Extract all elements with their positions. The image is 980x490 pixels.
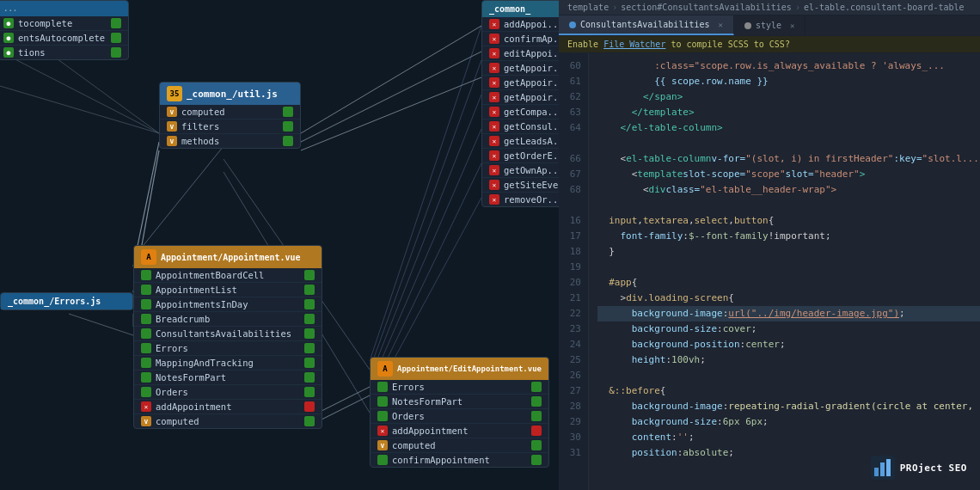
port-icon bbox=[304, 328, 315, 339]
code-area: 60 61 62 63 64 66 67 68 16 17 18 19 20 2… bbox=[559, 53, 980, 490]
svg-rect-23 bbox=[880, 462, 885, 476]
code-line: height: 100vh; bbox=[597, 352, 980, 368]
node-appointment: A Appointment/Appointment.vue Appointmen… bbox=[133, 245, 322, 429]
code-line: background-size: cover; bbox=[597, 322, 980, 337]
node-appt-header: A Appointment/Appointment.vue bbox=[134, 246, 322, 268]
logo-icon bbox=[871, 456, 895, 480]
tab-close-icon[interactable]: ✕ bbox=[790, 21, 794, 30]
dot-icon: ● bbox=[3, 18, 14, 28]
dot-icon: ✕ bbox=[489, 92, 499, 102]
breadcrumb: template › section#ConsultantsAvailabili… bbox=[559, 0, 980, 15]
port-icon bbox=[304, 372, 315, 383]
dot-icon: ✕ bbox=[489, 48, 499, 58]
util-title: _common_/util.js bbox=[187, 89, 278, 100]
port-icon bbox=[304, 343, 315, 353]
code-line: &::before { bbox=[597, 383, 980, 399]
dot-icon bbox=[141, 343, 151, 353]
dot-icon: ✕ bbox=[489, 77, 499, 88]
dot-icon bbox=[141, 387, 151, 397]
port-icon bbox=[531, 411, 542, 421]
port-icon bbox=[111, 18, 121, 28]
breadcrumb-sep: › bbox=[612, 3, 617, 12]
node-item: ✕ getAppoir... bbox=[482, 90, 567, 105]
node-item: NotesFormPart bbox=[371, 395, 548, 409]
port-icon bbox=[304, 387, 315, 397]
node-item: Orders bbox=[371, 409, 548, 424]
dot-icon bbox=[377, 396, 388, 407]
code-line: </template> bbox=[597, 105, 980, 120]
dot-icon: ● bbox=[3, 33, 14, 43]
dot-icon: ● bbox=[3, 47, 14, 58]
port-icon bbox=[531, 382, 542, 392]
port-icon bbox=[531, 440, 542, 450]
svg-line-12 bbox=[370, 60, 481, 370]
port-icon bbox=[111, 47, 121, 58]
node-item: ✕ addAppoi... bbox=[482, 17, 567, 32]
dot-icon: v bbox=[377, 440, 388, 450]
dot-icon: v bbox=[167, 136, 177, 146]
code-line: <el-table-column v-for="(slot, i) in fir… bbox=[597, 151, 980, 167]
code-line: background-image: repeating-radial-gradi… bbox=[597, 399, 980, 414]
node-edit-appt-header: A Appointment/EditAppointment.vue bbox=[371, 358, 548, 380]
port-icon bbox=[304, 401, 315, 412]
svg-line-11 bbox=[370, 26, 481, 361]
node-item: Orders bbox=[134, 385, 322, 400]
tab-bar: ConsultantsAvailabilities ✕ style ✕ bbox=[559, 15, 980, 36]
node-item: Breadcrumb bbox=[134, 312, 322, 327]
code-line: background-size: 6px 6px; bbox=[597, 414, 980, 430]
code-content: :class="scope.row.is_always_available ? … bbox=[589, 53, 980, 490]
node-item: ✕ addAppointment bbox=[134, 400, 322, 414]
node-item: ✕ addAppointment bbox=[371, 424, 548, 438]
node-item: NotesFormPart bbox=[134, 371, 322, 385]
code-line bbox=[597, 368, 980, 383]
svg-line-13 bbox=[370, 95, 481, 378]
port-icon bbox=[304, 314, 315, 324]
tab-dot-icon bbox=[569, 21, 576, 28]
dot-icon: ✕ bbox=[489, 136, 499, 146]
code-line: :class="scope.row.is_always_available ? … bbox=[597, 58, 980, 74]
dot-icon: ✕ bbox=[489, 165, 499, 175]
node-item: ✕ removeOr... bbox=[482, 193, 567, 206]
dot-icon: ✕ bbox=[489, 63, 499, 73]
node-errors-header: _common_/Errors.js bbox=[1, 293, 132, 309]
code-line: > div.loading-screen { bbox=[597, 291, 980, 306]
node-item: ✕ getCompa... bbox=[482, 105, 567, 119]
dot-icon: ✕ bbox=[141, 401, 151, 412]
node-item: ✕ getSiteEve... bbox=[482, 178, 567, 193]
port-icon bbox=[304, 270, 315, 280]
svg-line-17 bbox=[133, 146, 224, 258]
node-item: Errors bbox=[371, 380, 548, 395]
dot-icon: v bbox=[167, 121, 177, 132]
tab-consultants[interactable]: ConsultantsAvailabilities ✕ bbox=[559, 15, 734, 35]
dot-icon bbox=[141, 358, 151, 368]
code-line bbox=[597, 136, 980, 151]
svg-line-2 bbox=[0, 86, 159, 133]
code-line: </el-table-column> bbox=[597, 120, 980, 136]
node-item: ● entsAutocomplete bbox=[0, 31, 128, 46]
node-item: Errors bbox=[134, 341, 322, 356]
dot-icon: ✕ bbox=[489, 34, 499, 44]
tab-style[interactable]: style ✕ bbox=[734, 15, 806, 35]
line-numbers: 60 61 62 63 64 66 67 68 16 17 18 19 20 2… bbox=[559, 53, 589, 490]
node-item: ● tions bbox=[0, 46, 128, 59]
node-item: ✕ editAppoi... bbox=[482, 46, 567, 61]
port-icon bbox=[304, 358, 315, 368]
node-item: AppointmentBoardCell bbox=[134, 268, 322, 283]
svg-rect-24 bbox=[886, 459, 891, 476]
edit-appt-badge: A bbox=[377, 361, 393, 377]
tab-close-icon[interactable]: ✕ bbox=[719, 21, 723, 29]
dot-icon bbox=[377, 455, 388, 465]
file-watcher-link[interactable]: File Watcher bbox=[603, 40, 665, 49]
dot-icon bbox=[141, 270, 151, 280]
port-icon bbox=[304, 416, 315, 426]
port-icon bbox=[304, 285, 315, 295]
node-item: v computed bbox=[134, 414, 322, 428]
node-item: ✕ getConsul... bbox=[482, 119, 567, 134]
warning-text-prefix: Enable bbox=[567, 40, 603, 49]
svg-line-6 bbox=[301, 52, 481, 142]
edit-appt-title: Appointment/EditAppointment.vue bbox=[397, 364, 542, 373]
errors-title: _common_/Errors.js bbox=[8, 297, 101, 306]
svg-line-9 bbox=[318, 395, 370, 421]
port-icon bbox=[531, 455, 542, 465]
graph-panel: ... ● tocomplete ● entsAutocomplete ● ti… bbox=[0, 0, 567, 490]
